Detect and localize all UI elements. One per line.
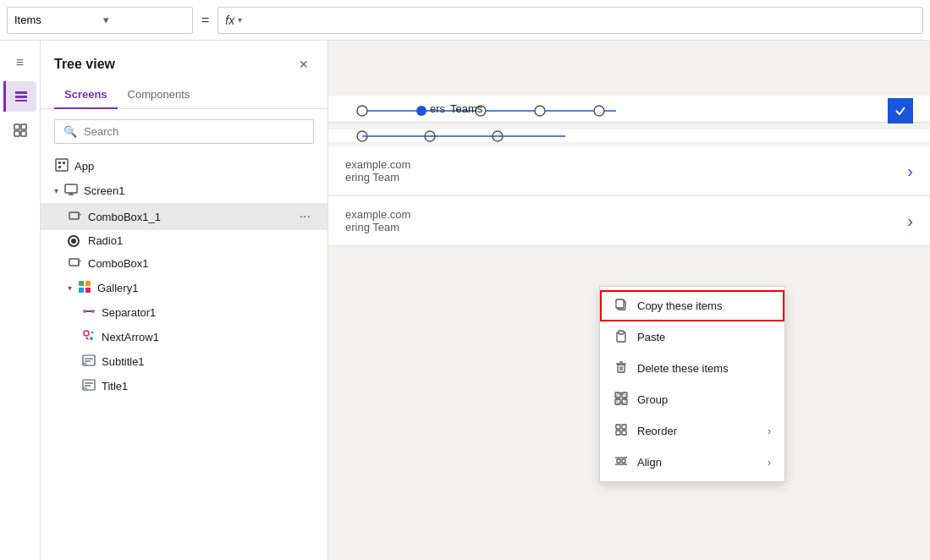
formula-dropdown[interactable]: Items ▾ [7, 7, 193, 34]
reorder-label: Reorder [637, 425, 759, 437]
equals-sign: = [196, 13, 214, 28]
context-menu: Copy these items Paste [599, 286, 785, 482]
svg-rect-1 [15, 96, 27, 98]
row1-subtitle: ering Team [345, 171, 907, 184]
gallery1-label: Gallery1 [97, 282, 314, 294]
tree-item-screen1[interactable]: ▾ Screen1 [41, 178, 327, 203]
svg-rect-48 [619, 331, 624, 334]
search-icon: 🔍 [63, 125, 77, 138]
tree-item-nextarrow1[interactable]: NextArrow1 [41, 325, 327, 349]
svg-rect-65 [622, 459, 625, 463]
separator1-label: Separator1 [102, 306, 314, 319]
main-layout: ≡ Tree view ✕ Screens Components [0, 41, 930, 560]
svg-rect-62 [622, 431, 626, 435]
svg-rect-64 [617, 459, 620, 463]
svg-rect-61 [616, 431, 620, 435]
svg-marker-19 [80, 261, 81, 262]
svg-rect-10 [58, 166, 61, 168]
svg-point-37 [416, 106, 426, 116]
paste-icon [614, 329, 629, 345]
tree-item-app[interactable]: App [41, 154, 327, 178]
svg-rect-9 [63, 162, 65, 164]
svg-point-26 [91, 310, 95, 313]
tree-item-separator1[interactable]: Separator1 [41, 300, 327, 325]
combobox-icon [68, 209, 83, 225]
svg-rect-14 [69, 212, 79, 219]
more-options-icon[interactable]: ··· [296, 207, 314, 226]
svg-rect-22 [79, 288, 84, 293]
tree-item-subtitle1[interactable]: Subtitle1 [41, 349, 327, 374]
screen-icon [63, 183, 79, 199]
formula-bar[interactable]: fx ▾ [217, 7, 923, 34]
search-input[interactable] [84, 125, 305, 138]
close-button[interactable]: ✕ [294, 54, 314, 74]
menu-item-delete[interactable]: Delete these items [600, 353, 784, 384]
gallery-icon [77, 280, 92, 296]
combobox1-label: ComboBox1 [88, 257, 314, 270]
tree-tabs: Screens Components [41, 81, 327, 109]
menu-item-reorder[interactable]: Reorder › [600, 415, 784, 447]
menu-item-group[interactable]: Group [600, 384, 784, 415]
svg-point-28 [90, 337, 93, 340]
svg-rect-23 [85, 288, 91, 293]
svg-rect-2 [15, 100, 27, 102]
svg-rect-20 [79, 281, 84, 286]
tree-content: App ▾ Screen1 [41, 154, 327, 560]
fx-chevron-icon: ▾ [238, 15, 242, 25]
align-arrow-icon: › [768, 457, 771, 469]
title-icon [81, 378, 96, 394]
row2-arrow-icon: › [907, 211, 913, 231]
svg-rect-59 [616, 425, 620, 429]
tree-item-title1[interactable]: Title1 [41, 374, 327, 398]
menu-item-paste[interactable]: Paste [600, 321, 784, 353]
tree-header: Tree view ✕ [41, 41, 327, 81]
nav-layers-icon[interactable] [3, 81, 36, 112]
top-bar: Items ▾ = fx ▾ [0, 0, 930, 41]
row2-title: example.com [345, 208, 907, 221]
nav-components-icon[interactable] [5, 115, 36, 145]
subtitle-icon [81, 354, 96, 370]
nextarrow-icon [81, 329, 96, 345]
tab-teams-label: ers [430, 102, 445, 115]
svg-rect-3 [14, 124, 19, 129]
svg-rect-29 [83, 355, 95, 365]
tab-components[interactable]: Components [118, 81, 201, 109]
svg-point-40 [594, 106, 604, 116]
svg-rect-7 [56, 159, 68, 171]
svg-rect-49 [618, 365, 625, 372]
canvas-row-1: example.com ering Team › [328, 146, 930, 196]
tree-item-combobox1[interactable]: ComboBox1 [41, 251, 327, 276]
svg-rect-60 [622, 425, 626, 429]
radio-icon [68, 235, 83, 247]
svg-point-27 [84, 331, 89, 336]
svg-rect-17 [69, 259, 79, 266]
nextarrow1-label: NextArrow1 [102, 331, 314, 343]
paste-label: Paste [637, 331, 771, 343]
svg-rect-5 [14, 131, 19, 136]
align-label: Align [637, 456, 759, 469]
svg-point-36 [357, 106, 367, 116]
app-label: App [74, 160, 314, 173]
blue-check-icon [888, 98, 913, 124]
svg-rect-58 [617, 394, 625, 403]
svg-rect-11 [65, 184, 77, 193]
tree-item-radio1[interactable]: Radio1 [41, 230, 327, 251]
subtitle1-label: Subtitle1 [102, 355, 314, 368]
svg-rect-21 [85, 281, 91, 286]
row2-subtitle: ering Team [345, 221, 907, 233]
combobox2-icon [68, 255, 83, 272]
screen1-triangle-icon: ▾ [54, 186, 58, 195]
copy-label: Copy these items [637, 299, 771, 312]
tab-screens[interactable]: Screens [54, 81, 118, 109]
menu-item-copy[interactable]: Copy these items [600, 290, 784, 321]
svg-rect-32 [83, 380, 95, 390]
fx-icon: fx [225, 14, 234, 27]
tree-search-box[interactable]: 🔍 [54, 119, 314, 144]
align-icon [614, 454, 629, 470]
menu-item-align[interactable]: Align › [600, 447, 784, 478]
separator-icon [81, 305, 96, 321]
tree-item-combobox1_1[interactable]: ComboBox1_1 ··· [41, 203, 327, 230]
nav-hamburger-icon[interactable]: ≡ [5, 47, 36, 78]
tree-item-gallery1[interactable]: ▾ Gallery1 [41, 276, 327, 300]
screen1-label: Screen1 [84, 184, 314, 197]
